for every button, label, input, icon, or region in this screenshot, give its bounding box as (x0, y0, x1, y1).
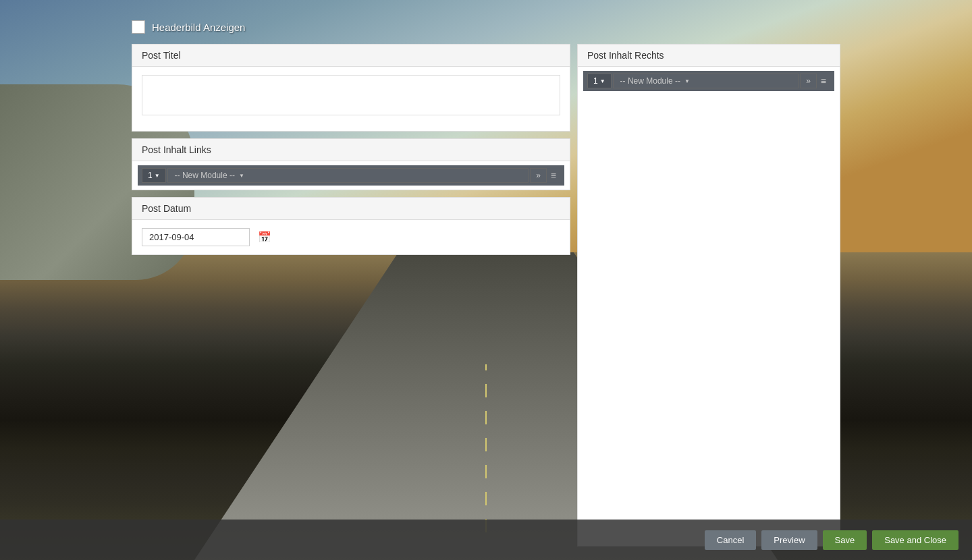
save-and-close-button[interactable]: Save and Close (872, 530, 959, 550)
module-rechts-forward-btn[interactable]: » (800, 74, 817, 88)
post-inhalt-rechts-card: Post Inhalt Rechts 1 ▼ -- New Module -- … (577, 44, 840, 547)
post-datum-card: Post Datum 📅 (132, 197, 570, 255)
module-links-new-module-label: -- New Module -- (175, 171, 235, 180)
module-rechts-number: 1 (593, 76, 598, 86)
module-rechts-forward-icon: » (806, 76, 811, 86)
module-links-expand-icon: ≡ (551, 170, 556, 181)
module-rechts-new-module-label: -- New Module -- (620, 76, 680, 86)
post-titel-body (132, 67, 570, 125)
post-inhalt-rechts-header: Post Inhalt Rechts (578, 45, 840, 67)
calendar-icon: 📅 (258, 231, 271, 243)
module-links-forward-btn[interactable]: » (530, 168, 547, 183)
module-rechts-number-btn[interactable]: 1 ▼ (587, 74, 612, 88)
post-datum-body: 📅 (132, 220, 570, 254)
post-inhalt-rechts-body: 1 ▼ -- New Module -- ▼ » ≡ (578, 67, 840, 95)
date-input[interactable] (142, 228, 250, 246)
right-panel: Post Inhalt Rechts 1 ▼ -- New Module -- … (577, 44, 840, 547)
post-titel-textarea[interactable] (142, 75, 560, 115)
post-datum-header: Post Datum (132, 198, 570, 220)
content-area: Headerbild Anzeigen Post Titel Post Inha… (0, 0, 972, 560)
left-panel: Post Titel Post Inhalt Links 1 ▼ (132, 44, 570, 547)
module-rechts-expand-btn[interactable]: ≡ (817, 74, 830, 88)
module-links-number-btn[interactable]: 1 ▼ (142, 168, 166, 183)
module-links-select-caret-icon: ▼ (239, 173, 244, 179)
main-container: Headerbild Anzeigen Post Titel Post Inha… (0, 0, 972, 560)
post-inhalt-rechts-module-row: 1 ▼ -- New Module -- ▼ » ≡ (583, 71, 834, 91)
date-input-row: 📅 (142, 228, 560, 246)
post-titel-card: Post Titel (132, 44, 570, 132)
preview-button[interactable]: Preview (761, 530, 817, 550)
headerbild-checkbox[interactable] (132, 20, 145, 34)
module-rechts-select-caret-icon: ▼ (684, 78, 690, 84)
module-rechts-expand-icon: ≡ (821, 76, 826, 86)
post-titel-header: Post Titel (132, 45, 570, 67)
action-bar: Cancel Preview Save Save and Close (0, 520, 972, 560)
header-row: Headerbild Anzeigen (132, 20, 840, 34)
post-inhalt-links-module-row: 1 ▼ -- New Module -- ▼ » ≡ (138, 165, 564, 186)
headerbild-label: Headerbild Anzeigen (152, 22, 245, 33)
panels-row: Post Titel Post Inhalt Links 1 ▼ (132, 44, 840, 547)
calendar-button[interactable]: 📅 (255, 229, 274, 245)
post-inhalt-links-body: 1 ▼ -- New Module -- ▼ » ≡ (132, 161, 570, 190)
post-inhalt-links-card: Post Inhalt Links 1 ▼ -- New Module -- ▼ (132, 138, 570, 190)
module-links-expand-btn[interactable]: ≡ (547, 168, 560, 183)
post-inhalt-links-header: Post Inhalt Links (132, 139, 570, 161)
module-links-number-caret-icon: ▼ (155, 173, 160, 179)
module-links-number: 1 (148, 171, 153, 180)
cancel-button[interactable]: Cancel (705, 530, 756, 550)
module-rechts-number-caret-icon: ▼ (600, 78, 605, 84)
module-links-select-btn[interactable]: -- New Module -- ▼ (167, 168, 529, 183)
save-button[interactable]: Save (823, 530, 867, 550)
module-links-forward-icon: » (536, 171, 541, 180)
module-rechts-select-btn[interactable]: -- New Module -- ▼ (613, 74, 799, 88)
